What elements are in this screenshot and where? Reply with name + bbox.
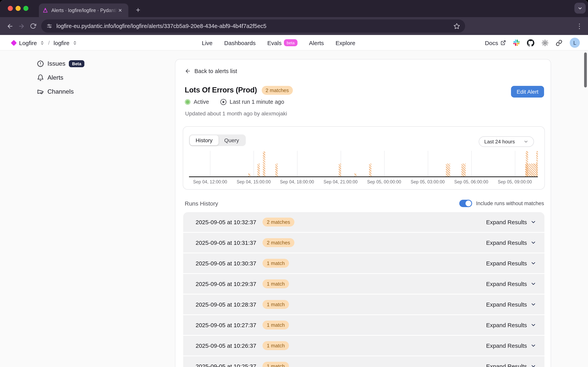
run-row: 2025-09-05 at 10:27:37 1 match Expand Re…: [183, 315, 545, 335]
run-matches-badge: 2 matches: [263, 217, 294, 226]
app-header: Logfire / logfire Live Dashboards Evalsb…: [0, 35, 588, 50]
expand-results-button[interactable]: Expand Results: [486, 260, 536, 267]
matches-badge: 2 matches: [262, 86, 293, 95]
runs-list: 2025-09-05 at 10:32:37 2 matches Expand …: [183, 212, 545, 367]
bookmark-star-icon[interactable]: [453, 23, 460, 29]
run-timestamp: 2025-09-05 at 10:28:37: [196, 301, 256, 308]
run-matches-badge: 1 match: [263, 259, 289, 268]
breadcrumb-separator: /: [48, 40, 50, 46]
bell-icon: [37, 74, 44, 81]
chevron-down-icon: [530, 240, 536, 246]
edit-alert-button[interactable]: Edit Alert: [511, 86, 544, 97]
time-range-select[interactable]: Last 24 hours: [479, 136, 534, 147]
issues-beta-badge: Beta: [69, 60, 85, 67]
nav-item-dashboards[interactable]: Dashboards: [224, 39, 256, 46]
chart-plot: [189, 151, 538, 177]
browser-tab-strip: Alerts · logfire/logfire · Pydanti ✕ +: [0, 0, 588, 17]
run-row: 2025-09-05 at 10:28:37 1 match Expand Re…: [183, 294, 545, 314]
chevrons-up-down-icon[interactable]: [40, 41, 44, 45]
back-button[interactable]: [4, 20, 16, 32]
user-avatar[interactable]: L: [570, 38, 580, 48]
chevron-down-icon: [530, 363, 536, 367]
chart-bar: [525, 164, 537, 176]
chart-tick-label: Sep 04, 12:00:00: [185, 179, 236, 184]
chart-gridline: [210, 151, 211, 176]
runs-history-title: Runs History: [185, 200, 218, 207]
slack-icon[interactable]: [513, 40, 520, 46]
nav-item-explore[interactable]: Explore: [336, 39, 355, 46]
new-tab-button[interactable]: +: [133, 5, 143, 15]
chart-tick-label: Sep 05, 06:00:00: [446, 179, 497, 184]
sidebar-item-channels[interactable]: Channels: [37, 87, 84, 96]
header-actions: Docs L: [485, 35, 580, 50]
docs-link[interactable]: Docs: [485, 39, 506, 46]
chart-bar: [461, 164, 466, 176]
workspace-selector[interactable]: Logfire: [19, 39, 37, 46]
chart-bar: [446, 164, 450, 176]
chart-gridline: [515, 151, 515, 176]
history-chart-card: History Query Last 24 hours Sep 04, 12:0…: [183, 126, 545, 189]
tab-close-icon[interactable]: ✕: [118, 8, 122, 13]
chart-bar: [263, 151, 265, 176]
chart-gridline: [297, 151, 297, 176]
address-bar[interactable]: logfire-eu.pydantic.info/logfire/logfire…: [41, 19, 465, 33]
run-row: 2025-09-05 at 10:31:37 2 matches Expand …: [183, 233, 545, 253]
url-text: logfire-eu.pydantic.info/logfire/logfire…: [56, 23, 453, 29]
browser-window: Alerts · logfire/logfire · Pydanti ✕ + l…: [0, 0, 588, 367]
forward-button[interactable]: [16, 20, 27, 32]
run-timestamp: 2025-09-05 at 10:25:37: [196, 363, 256, 367]
run-matches-badge: 1 match: [263, 279, 289, 288]
theme-toggle-sun-icon[interactable]: [542, 39, 548, 46]
main-nav: Live Dashboards Evalsbeta Alerts Explore: [202, 35, 355, 50]
chart-gridline: [384, 151, 385, 176]
expand-results-button[interactable]: Expand Results: [486, 239, 536, 246]
back-to-alerts-link[interactable]: Back to alerts list: [185, 68, 237, 74]
scrollbar-thumb[interactable]: [584, 52, 587, 87]
expand-results-button[interactable]: Expand Results: [486, 301, 536, 308]
tab-query[interactable]: Query: [218, 135, 245, 145]
active-status-icon: [185, 99, 191, 105]
browser-menu-button[interactable]: ⋮: [575, 22, 584, 30]
chart-gridline: [428, 151, 428, 176]
project-selector[interactable]: logfire: [54, 39, 70, 46]
nav-item-live[interactable]: Live: [202, 39, 213, 46]
chart-bar: [258, 164, 260, 176]
window-close-button[interactable]: [8, 6, 13, 11]
share-link-icon[interactable]: [556, 39, 562, 46]
github-icon[interactable]: [527, 39, 534, 46]
tab-history[interactable]: History: [190, 135, 218, 145]
site-settings-icon[interactable]: [46, 23, 52, 29]
expand-results-button[interactable]: Expand Results: [486, 322, 536, 328]
chevron-down-icon: [530, 260, 536, 266]
run-timestamp: 2025-09-05 at 10:29:37: [196, 281, 256, 287]
expand-results-button[interactable]: Expand Results: [486, 342, 536, 349]
sidebar-item-issues[interactable]: Issues Beta: [37, 59, 84, 68]
alert-status-row: Active Last run 1 minute ago: [185, 99, 284, 105]
expand-results-button[interactable]: Expand Results: [486, 219, 536, 225]
chart-tick-label: Sep 04, 21:00:00: [315, 179, 366, 184]
sidebar-item-alerts[interactable]: Alerts: [37, 74, 84, 82]
chevrons-up-down-icon[interactable]: [73, 41, 77, 45]
run-matches-badge: 1 match: [263, 362, 289, 367]
tab-search-button[interactable]: [574, 3, 586, 14]
include-runs-toggle[interactable]: [459, 200, 472, 207]
nav-item-evals[interactable]: Evalsbeta: [267, 39, 297, 46]
window-minimize-button[interactable]: [16, 6, 21, 11]
status-label: Active: [194, 99, 209, 105]
evals-beta-badge: beta: [284, 39, 297, 46]
chart-bar: [275, 164, 278, 176]
run-timestamp: 2025-09-05 at 10:26:37: [196, 342, 256, 349]
logfire-logo-icon: [11, 40, 17, 46]
sidebar: Issues Beta Alerts Channels: [37, 59, 84, 101]
reload-button[interactable]: [27, 20, 39, 32]
run-timestamp: 2025-09-05 at 10:27:37: [196, 322, 256, 328]
expand-results-button[interactable]: Expand Results: [486, 281, 536, 287]
runs-history-header: Runs History Include runs without matche…: [185, 200, 544, 207]
chart-gridline: [254, 151, 254, 176]
nav-item-alerts[interactable]: Alerts: [309, 39, 324, 46]
chart-bar: [536, 151, 538, 176]
expand-results-button[interactable]: Expand Results: [486, 363, 536, 367]
arrow-left-icon: [6, 23, 13, 29]
browser-tab[interactable]: Alerts · logfire/logfire · Pydanti ✕: [39, 3, 128, 17]
window-zoom-button[interactable]: [23, 6, 28, 11]
